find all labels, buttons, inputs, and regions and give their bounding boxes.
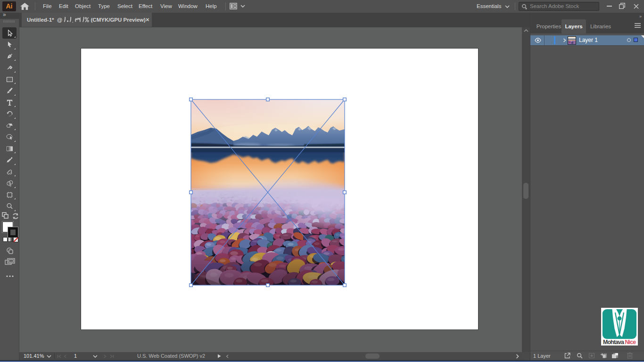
svg-text:Mohtava Nice: Mohtava Nice [603,339,636,346]
